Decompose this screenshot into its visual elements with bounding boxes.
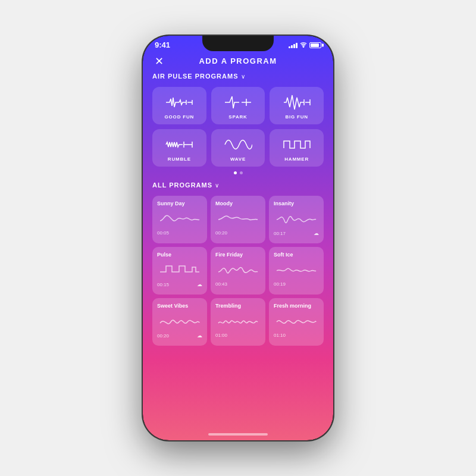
pulse-wave	[157, 260, 202, 279]
insanity-time: 00:17	[274, 231, 286, 236]
sweet-vibes-title: Sweet Vibes	[157, 303, 202, 309]
fresh-morning-title: Fresh morning	[274, 303, 319, 309]
pulse-time: 00:15	[157, 282, 169, 287]
signal-bars-icon	[289, 42, 298, 48]
pulse-cloud-icon: ☁	[197, 281, 202, 287]
pulse-footer: 00:15 ☁	[157, 281, 202, 287]
program-card-spark[interactable]: SPARK	[211, 87, 265, 124]
moody-footer: 00:20	[215, 230, 261, 236]
soft-ice-title: Soft Ice	[274, 252, 319, 258]
program-card-hammer[interactable]: HAMMER	[270, 129, 324, 167]
mini-card-sweet-vibes[interactable]: Sweet Vibes 00:20 ☁	[152, 298, 207, 346]
wave-label: WAVE	[230, 156, 246, 162]
fire-friday-time: 00:43	[215, 281, 227, 287]
good-fun-label: GOOD FUN	[165, 114, 195, 120]
all-programs-grid: Sunny Day 00:05 Moody 00:20	[152, 196, 324, 346]
close-button[interactable]: ✕	[155, 55, 164, 68]
home-indicator	[208, 433, 268, 436]
notch	[202, 36, 274, 51]
sunny-day-footer: 00:05	[157, 230, 202, 236]
all-programs-section-header: ALL PROGRAMS ∨	[152, 181, 324, 189]
air-pulse-section-header: AIR PULSE PROGRAMS ∨	[152, 73, 324, 80]
big-fun-icon	[283, 94, 311, 111]
insanity-cloud-icon: ☁	[314, 230, 319, 236]
air-pulse-grid: GOOD FUN SPARK	[152, 87, 324, 167]
insanity-footer: 00:17 ☁	[274, 230, 319, 236]
spark-icon	[224, 94, 252, 111]
app-header: ✕ ADD A PROGRAM	[143, 52, 333, 73]
sweet-vibes-time: 00:20	[157, 333, 169, 339]
mini-card-fresh-morning[interactable]: Fresh morning 01:10	[269, 298, 324, 346]
all-programs-chevron-icon[interactable]: ∨	[215, 182, 219, 189]
fire-friday-title: Fire Friday	[215, 252, 261, 258]
good-fun-icon	[165, 94, 193, 111]
hammer-label: HAMMER	[284, 156, 309, 162]
program-card-wave[interactable]: WAVE	[211, 129, 265, 167]
spark-label: SPARK	[228, 114, 247, 120]
pulse-title: Pulse	[157, 252, 202, 258]
rumble-icon	[165, 136, 193, 153]
soft-ice-wave	[274, 260, 319, 279]
phone-frame: 9:41	[143, 36, 333, 440]
program-card-rumble[interactable]: RUMBLE	[152, 129, 206, 167]
soft-ice-footer: 00:19	[274, 281, 319, 287]
trembling-title: Trembling	[215, 303, 261, 309]
pagination-dots	[152, 171, 324, 174]
sweet-vibes-wave	[157, 311, 202, 330]
hammer-icon	[283, 136, 311, 153]
wave-icon	[224, 136, 252, 153]
fire-friday-footer: 00:43	[215, 281, 261, 287]
mini-card-sunny-day[interactable]: Sunny Day 00:05	[152, 196, 207, 243]
status-icons	[289, 42, 321, 49]
sunny-day-wave	[157, 209, 202, 228]
program-card-good-fun[interactable]: GOOD FUN	[152, 87, 206, 124]
phone-screen: 9:41	[143, 36, 333, 440]
sunny-day-time: 00:05	[157, 230, 169, 236]
sweet-vibes-cloud-icon: ☁	[197, 333, 202, 339]
sunny-day-title: Sunny Day	[157, 201, 202, 206]
air-pulse-chevron-icon[interactable]: ∨	[241, 73, 245, 80]
trembling-wave	[215, 311, 261, 330]
wifi-icon	[300, 42, 307, 49]
rumble-label: RUMBLE	[168, 156, 191, 162]
status-time: 9:41	[155, 40, 170, 49]
mini-card-pulse[interactable]: Pulse 00:15 ☁	[152, 247, 207, 295]
mini-card-fire-friday[interactable]: Fire Friday 00:43	[211, 247, 265, 295]
pagination-dot-2	[240, 171, 243, 174]
trembling-footer: 01:00	[215, 333, 261, 338]
fresh-morning-time: 01:10	[274, 333, 286, 338]
moody-time: 00:20	[215, 230, 227, 236]
main-content: AIR PULSE PROGRAMS ∨ GOOD FUN	[143, 73, 333, 430]
soft-ice-time: 00:19	[274, 281, 286, 287]
pagination-dot-1	[234, 171, 237, 174]
insanity-title: Insanity	[274, 201, 319, 206]
mini-card-insanity[interactable]: Insanity 00:17 ☁	[269, 196, 324, 243]
trembling-time: 01:00	[215, 333, 227, 338]
battery-icon	[309, 42, 321, 48]
fresh-morning-wave	[274, 311, 319, 330]
page-title: ADD A PROGRAM	[199, 57, 277, 65]
moody-wave	[215, 209, 261, 228]
mini-card-trembling[interactable]: Trembling 01:00	[211, 298, 265, 346]
fresh-morning-footer: 01:10	[274, 333, 319, 338]
insanity-wave	[274, 209, 319, 228]
sweet-vibes-footer: 00:20 ☁	[157, 333, 202, 339]
all-programs-label: ALL PROGRAMS	[152, 181, 212, 189]
svg-point-0	[303, 46, 303, 47]
mini-card-moody[interactable]: Moody 00:20	[211, 196, 265, 243]
moody-title: Moody	[215, 201, 261, 206]
program-card-big-fun[interactable]: BIG FUN	[270, 87, 324, 124]
air-pulse-label: AIR PULSE PROGRAMS	[152, 73, 239, 80]
mini-card-soft-ice[interactable]: Soft Ice 00:19	[269, 247, 324, 295]
big-fun-label: BIG FUN	[285, 114, 308, 120]
fire-friday-wave	[215, 260, 261, 279]
